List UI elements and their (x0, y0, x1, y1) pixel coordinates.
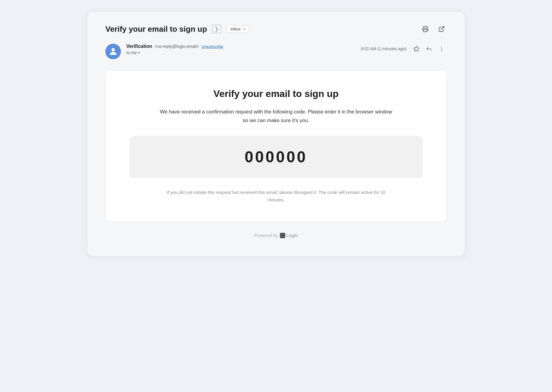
inbox-badge[interactable]: Inbox × (226, 25, 250, 33)
code-box: 000000 (130, 136, 422, 178)
email-heading: Verify your email to sign up (130, 88, 422, 99)
sender-left: Verification <no-reply@logto.email> Unsu… (105, 44, 223, 59)
logto-brand-name: Logto (286, 233, 298, 238)
inbox-close-icon[interactable]: × (243, 27, 245, 31)
svg-point-4 (441, 46, 442, 47)
open-external-icon (438, 26, 445, 32)
subject-arrow-icon: ❯ (212, 25, 221, 34)
header-actions (420, 24, 447, 34)
print-icon (422, 26, 429, 32)
svg-point-5 (441, 48, 442, 49)
svg-point-6 (441, 50, 442, 51)
email-content-card: Verify your email to sign up We have rec… (105, 70, 447, 222)
subject-row: Verify your email to sign up ❯ Inbox × (105, 25, 250, 34)
sender-name: Verification (126, 44, 152, 49)
email-container: Verify your email to sign up ❯ Inbox × (87, 12, 465, 256)
open-external-button[interactable] (436, 24, 447, 34)
star-icon (413, 45, 420, 52)
email-header: Verify your email to sign up ❯ Inbox × (105, 24, 447, 34)
chevron-down-icon[interactable]: ▾ (138, 51, 140, 55)
sender-right: 8:02 AM (1 minutes ago) (361, 44, 447, 54)
svg-rect-0 (424, 30, 427, 32)
more-button[interactable] (436, 44, 447, 54)
star-button[interactable] (411, 44, 421, 54)
reply-button[interactable] (424, 44, 434, 54)
email-footer-text: If you did not initiate this request but… (159, 189, 393, 204)
unsubscribe-link[interactable]: Unsubscribe (201, 44, 223, 49)
inbox-label: Inbox (230, 27, 241, 31)
avatar (105, 44, 121, 59)
sender-name-row: Verification <no-reply@logto.email> Unsu… (126, 44, 223, 49)
sender-email: <no-reply@logto.email> (154, 44, 199, 49)
powered-by-text: Powered by (254, 233, 278, 238)
sender-info: Verification <no-reply@logto.email> Unsu… (126, 44, 223, 55)
email-subject: Verify your email to sign up (105, 25, 207, 34)
email-body-text: We have received a confirmation request … (159, 108, 393, 125)
svg-point-2 (111, 48, 115, 51)
more-icon (438, 45, 445, 52)
to-me-text: to me (126, 50, 137, 55)
timestamp: 8:02 AM (1 minutes ago) (361, 46, 407, 51)
logto-logo: Logto (280, 233, 298, 238)
action-icons (411, 44, 447, 54)
svg-line-1 (441, 27, 444, 30)
svg-marker-3 (414, 46, 419, 51)
reply-icon (426, 45, 432, 52)
powered-by-footer: Powered by Logto (105, 233, 447, 238)
avatar-person-icon (108, 46, 118, 57)
verification-code: 000000 (245, 148, 307, 165)
sender-row: Verification <no-reply@logto.email> Unsu… (105, 44, 447, 59)
print-button[interactable] (420, 24, 430, 34)
logto-square-icon (280, 233, 285, 238)
to-me-row: to me ▾ (126, 50, 223, 55)
